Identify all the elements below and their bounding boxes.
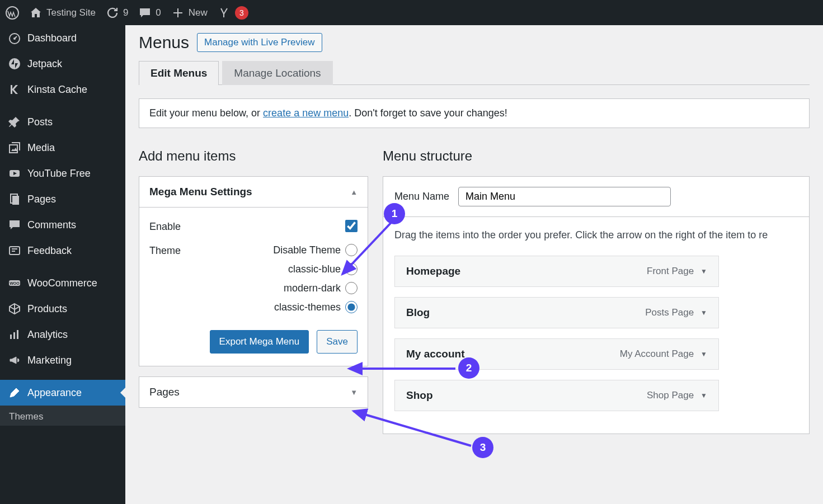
sidebar-item-label: Appearance — [27, 387, 82, 399]
updates-button[interactable]: 9 — [106, 6, 128, 20]
theme-option-disable-theme: Disable Theme — [222, 244, 358, 256]
yoast-icon — [218, 6, 231, 20]
menu-name-label: Menu Name — [394, 191, 449, 202]
dashboard-icon — [8, 31, 21, 45]
app-layout: DashboardJetpackKinsta CachePostsMediaYo… — [0, 25, 823, 504]
sidebar-item-dashboard[interactable]: Dashboard — [0, 25, 125, 51]
svg-point-2 — [13, 37, 16, 40]
sidebar-item-label: Dashboard — [27, 32, 77, 44]
info-notice: Edit your menu below, or create a new me… — [139, 98, 810, 128]
theme-option-label: modern-dark — [284, 282, 341, 294]
theme-option-classic-themes: classic-themes — [222, 301, 358, 313]
annotation-2: 2 — [458, 357, 479, 379]
menu-item-type: Shop Page▼ — [647, 390, 707, 401]
comment-icon — [138, 6, 152, 20]
sidebar-item-marketing[interactable]: Marketing — [0, 347, 125, 373]
products-icon — [8, 302, 21, 315]
menu-item-title: My account — [406, 348, 465, 360]
sidebar-item-label: Comments — [27, 219, 76, 231]
export-megamenu-button[interactable]: Export Mega Menu — [210, 330, 309, 354]
new-button[interactable]: New — [171, 6, 208, 20]
add-items-heading: Add menu items — [139, 148, 368, 164]
main-content: Menus Manage with Live Preview Edit Menu… — [125, 25, 823, 504]
sidebar-item-products[interactable]: Products — [0, 296, 125, 322]
sidebar-item-kinsta-cache[interactable]: Kinsta Cache — [0, 77, 125, 102]
sidebar-item-label: Jetpack — [27, 58, 62, 70]
sidebar-item-comments[interactable]: Comments — [0, 212, 125, 238]
megamenu-panel-head[interactable]: Mega Menu Settings ▲ — [139, 177, 368, 208]
wp-logo-button[interactable] — [6, 6, 19, 20]
sidebar-item-label: WooCommerce — [27, 277, 97, 289]
menu-item[interactable]: ShopShop Page▼ — [394, 380, 719, 411]
megamenu-actions: Export Mega Menu Save — [149, 330, 358, 354]
live-preview-button[interactable]: Manage with Live Preview — [197, 33, 322, 52]
sidebar-sub-themes[interactable]: Themes — [0, 406, 125, 426]
sidebar-item-youtube-free[interactable]: YouTube Free — [0, 161, 125, 186]
chevron-down-icon[interactable]: ▼ — [700, 350, 707, 358]
menu-name-row: Menu Name — [383, 177, 809, 217]
enable-checkbox[interactable] — [345, 220, 358, 232]
notice-text-after: . Don't forget to save your changes! — [349, 107, 507, 119]
tab-manage-locations[interactable]: Manage Locations — [222, 61, 332, 85]
sidebar-item-label: Products — [27, 303, 67, 315]
theme-option-label: classic-themes — [274, 302, 341, 313]
theme-radio[interactable] — [345, 263, 358, 275]
chevron-down-icon[interactable]: ▼ — [700, 267, 707, 275]
svg-rect-12 — [13, 332, 15, 339]
menu-item[interactable]: HomepageFront Page▼ — [394, 256, 719, 287]
sidebar-item-pages[interactable]: Pages — [0, 186, 125, 212]
theme-radio[interactable] — [345, 282, 358, 294]
sidebar-item-analytics[interactable]: Analytics — [0, 322, 125, 347]
menu-structure-heading: Menu structure — [383, 148, 810, 164]
megamenu-title: Mega Menu Settings — [149, 186, 252, 198]
menu-item-title: Shop — [406, 389, 433, 402]
theme-option-label: classic-blue — [288, 263, 341, 275]
sidebar-item-posts[interactable]: Posts — [0, 109, 125, 135]
save-megamenu-button[interactable]: Save — [317, 330, 358, 354]
expand-icon: ▼ — [350, 388, 358, 397]
annotation-1: 1 — [384, 203, 405, 224]
menu-item-type: Posts Page▼ — [645, 307, 707, 318]
comments-count: 0 — [156, 7, 161, 18]
woo-icon: WOO — [8, 276, 21, 290]
sidebar-item-media[interactable]: Media — [0, 135, 125, 161]
pages-panel: Pages ▼ — [139, 376, 368, 408]
theme-radio[interactable] — [345, 301, 358, 313]
sidebar-item-appearance[interactable]: Appearance — [0, 380, 125, 406]
sidebar-item-woocommerce[interactable]: WOOWooCommerce — [0, 270, 125, 296]
admin-sidebar: DashboardJetpackKinsta CachePostsMediaYo… — [0, 25, 125, 504]
sidebar-item-jetpack[interactable]: Jetpack — [0, 51, 125, 77]
site-name: Testing Site — [46, 7, 96, 18]
menu-item[interactable]: My accountMy Account Page▼ — [394, 338, 719, 370]
yoast-button[interactable]: 3 — [218, 6, 248, 20]
chevron-down-icon[interactable]: ▼ — [700, 309, 707, 317]
appearance-icon — [8, 386, 21, 399]
svg-rect-11 — [10, 335, 12, 339]
theme-option-modern-dark: modern-dark — [222, 282, 358, 294]
enable-row: Enable — [149, 220, 358, 234]
svg-text:WOO: WOO — [10, 281, 20, 285]
sidebar-item-label: Kinsta Cache — [27, 84, 87, 96]
sidebar-item-label: Feedback — [27, 245, 72, 257]
theme-radio[interactable] — [345, 244, 358, 256]
menu-item-title: Homepage — [406, 265, 460, 277]
tab-edit-menus[interactable]: Edit Menus — [139, 61, 219, 85]
svg-rect-7 — [12, 196, 19, 205]
menu-name-input[interactable] — [458, 187, 671, 206]
sidebar-item-label: Media — [27, 142, 55, 154]
chevron-down-icon[interactable]: ▼ — [700, 392, 707, 399]
menu-item[interactable]: BlogPosts Page▼ — [394, 297, 719, 328]
feedback-icon — [8, 244, 21, 257]
create-menu-link[interactable]: create a new menu — [263, 107, 349, 119]
sidebar-item-feedback[interactable]: Feedback — [0, 238, 125, 263]
menu-help-text: Drag the items into the order you prefer… — [394, 229, 798, 241]
page-title: Menus — [139, 33, 189, 52]
site-link[interactable]: Testing Site — [29, 6, 96, 20]
media-icon — [8, 141, 21, 154]
menu-item-type: Front Page▼ — [647, 266, 707, 277]
annotation-3: 3 — [472, 437, 493, 458]
menu-structure-body: Drag the items into the order you prefer… — [383, 217, 809, 434]
jetpack-icon — [8, 57, 21, 70]
comments-button[interactable]: 0 — [138, 6, 161, 20]
pages-panel-head[interactable]: Pages ▼ — [139, 377, 368, 407]
